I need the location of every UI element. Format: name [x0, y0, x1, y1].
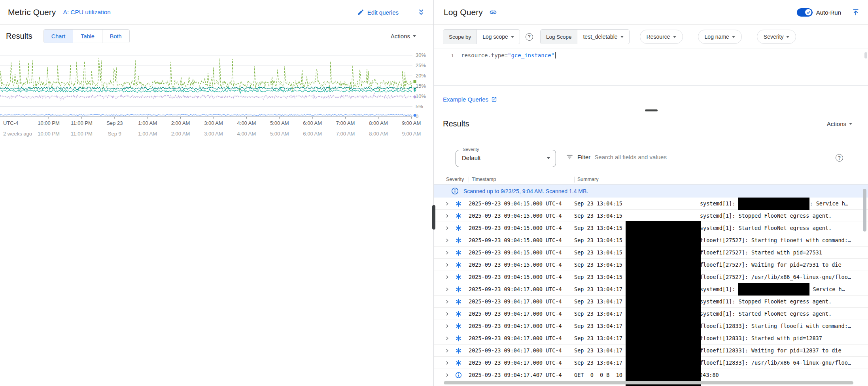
log-results-title: Results: [443, 119, 469, 128]
tab-chart[interactable]: Chart: [44, 30, 73, 43]
collapse-panel-button[interactable]: [851, 8, 860, 17]
x-axis-tick-label: 3:00 AM: [204, 131, 223, 137]
metric-results-title: Results: [6, 32, 32, 41]
column-timestamp: Timestamp: [472, 177, 496, 182]
chevron-down-icon: [673, 36, 676, 38]
app-root: Metric Query A: CPU utilization Edit que…: [0, 0, 868, 386]
expand-chevron-icon[interactable]: [444, 324, 456, 329]
expand-chevron-icon[interactable]: [444, 348, 456, 353]
summary-cell: Sep 23 13:04:15flooefi[27527]: Starting …: [574, 234, 868, 247]
column-severity: Severity: [446, 177, 464, 182]
x-axis-tick-label: 8:00 AM: [369, 120, 388, 126]
tab-table[interactable]: Table: [73, 30, 102, 43]
log-scope-value-dropdown[interactable]: test_deletable: [577, 30, 629, 44]
redacted-text: [738, 198, 809, 210]
chart-canvas[interactable]: 30%25%20%15%10%5%0UTC-410:00 PM11:00 PMS…: [0, 47, 434, 386]
scope-by-group: Scope by Log scope: [443, 29, 520, 44]
editor-scrollbar[interactable]: [864, 52, 867, 58]
column-summary: Summary: [577, 177, 598, 182]
copy-link-button[interactable]: [489, 8, 497, 16]
x-axis-tick-label: 2 weeks ago: [3, 131, 32, 137]
log-row[interactable]: 2025-09-23 09:04:15.000 UTC-4Sep 23 13:0…: [434, 198, 868, 210]
chevron-down-icon: [413, 35, 416, 37]
toggle-knob: [805, 9, 811, 15]
log-scope-dropdown[interactable]: Log scope: [477, 30, 520, 44]
summary-cell: Sep 23 13:04:15systemd[1]: : Service h…: [574, 198, 868, 210]
expand-chevron-icon[interactable]: [444, 275, 456, 280]
y-axis-tick-label: 0: [416, 113, 418, 119]
metric-query-a-link[interactable]: A: CPU utilization: [63, 9, 111, 16]
filter-pills: ResourceLog nameSeverity: [640, 30, 796, 44]
severity-cell: [456, 262, 469, 268]
tab-both[interactable]: Both: [102, 30, 129, 43]
collapse-queries-button[interactable]: [417, 8, 425, 17]
expand-chevron-icon[interactable]: [444, 238, 456, 243]
x-axis-tick-label: UTC-4: [3, 120, 18, 126]
expand-chevron-icon[interactable]: [444, 336, 456, 341]
severity-cell: [456, 348, 469, 354]
chevron-down-icon: [620, 36, 624, 38]
cpu-series-blue: [0, 115, 412, 115]
expand-chevron-icon[interactable]: [444, 213, 456, 218]
expand-chevron-icon[interactable]: [444, 287, 456, 292]
expand-chevron-icon[interactable]: [444, 373, 456, 378]
example-queries-link[interactable]: Example Queries: [443, 96, 497, 103]
editor-resize-handle[interactable]: [645, 109, 658, 111]
x-axis-tick-label: 9:00 AM: [402, 120, 421, 126]
filter-pill-resource[interactable]: Resource: [640, 30, 683, 44]
edit-queries-button[interactable]: Edit queries: [357, 9, 399, 16]
double-chevron-down-icon: [417, 8, 425, 17]
expand-chevron-icon[interactable]: [444, 250, 456, 255]
severity-select-label: Severity: [461, 147, 481, 152]
metric-query-title: Metric Query: [8, 8, 56, 17]
severity-default-icon: [456, 262, 461, 268]
link-icon: [489, 8, 497, 16]
severity-select[interactable]: Severity Default: [456, 150, 556, 167]
x-axis-tick-label: 4:00 AM: [237, 120, 256, 126]
expand-chevron-icon[interactable]: [444, 311, 456, 316]
timestamp-cell: 2025-09-23 09:04:17.000 UTC-4: [469, 347, 574, 354]
search-input[interactable]: [594, 154, 764, 160]
log-actions-button[interactable]: Actions: [827, 121, 852, 127]
filter-pill-log-name[interactable]: Log name: [698, 30, 742, 44]
cpu-utilization-chart[interactable]: 30%25%20%15%10%5%0UTC-410:00 PM11:00 PMS…: [0, 47, 434, 386]
x-axis-tick-label: 11:00 PM: [71, 120, 93, 126]
x-axis-tick-label: 4:00 AM: [237, 131, 256, 137]
expand-chevron-icon[interactable]: [444, 262, 456, 267]
results-help-icon[interactable]: ?: [836, 154, 843, 162]
scan-status-banner: Scanned up to 9/23/25, 9:04 AM. Scanned …: [434, 185, 868, 198]
log-rows-container: 2025-09-23 09:04:15.000 UTC-4Sep 23 13:0…: [434, 198, 868, 381]
filter-pill-severity[interactable]: Severity: [757, 30, 796, 44]
y-axis-tick-label: 10%: [416, 93, 426, 99]
pill-label: Log name: [705, 34, 729, 40]
horizontal-scrollbar[interactable]: [444, 381, 853, 384]
expand-chevron-icon[interactable]: [444, 299, 456, 304]
auto-run-toggle[interactable]: [797, 8, 813, 17]
metric-actions-button[interactable]: Actions: [391, 33, 416, 40]
x-axis-tick-label: 5:00 AM: [270, 120, 289, 126]
cpu-series-purple: [0, 93, 412, 100]
column-separator: [469, 177, 469, 183]
panel-resize-handle[interactable]: [432, 205, 435, 230]
summary-cell: Sep 23 13:04:17systemd[1]: Stopped FlooN…: [574, 296, 868, 308]
severity-default-icon: [456, 348, 461, 354]
summary-cell: Sep 23 13:04:15flooefi[27527]: Waiting f…: [574, 259, 868, 271]
external-link-icon: [491, 96, 497, 102]
expand-chevron-icon[interactable]: [444, 360, 456, 365]
vertical-scrollbar[interactable]: [863, 189, 866, 232]
expand-chevron-icon[interactable]: [444, 226, 456, 231]
severity-cell: [456, 311, 469, 317]
log-row[interactable]: 2025-09-23 09:04:15.000 UTC-4Sep 23 13:0…: [434, 210, 868, 222]
y-axis-tick-label: 5%: [416, 104, 423, 109]
summary-cell: Sep 23 13:04:17systemd[1]: Started FlooN…: [574, 308, 868, 320]
scope-help-icon[interactable]: ?: [526, 33, 533, 41]
metric-query-panel: Metric Query A: CPU utilization Edit que…: [0, 0, 434, 386]
query-editor[interactable]: 1 resource.type="gce_instance": [434, 49, 868, 86]
expand-chevron-icon[interactable]: [444, 201, 456, 206]
log-query-panel: Log Query Auto-Run Scope by Log scope: [434, 0, 868, 386]
severity-cell: [456, 250, 469, 256]
pill-label: Severity: [764, 34, 784, 40]
severity-default-icon: [456, 225, 461, 231]
check-icon: [806, 10, 811, 15]
timestamp-cell: 2025-09-23 09:04:15.000 UTC-4: [469, 213, 574, 219]
